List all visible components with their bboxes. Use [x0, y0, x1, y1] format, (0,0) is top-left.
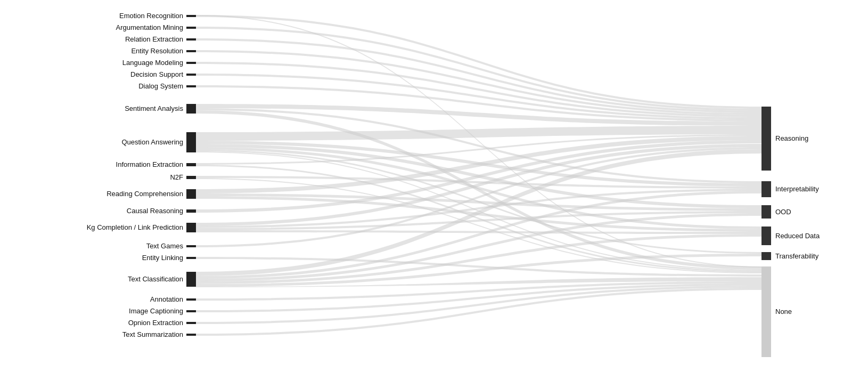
left-label-text_games: Text Games [146, 242, 184, 250]
left-label-text_summarization: Text Summarization [122, 330, 183, 338]
left-label-reading_comprehension: Reading Comprehension [107, 190, 183, 198]
right-bar-ood [761, 205, 771, 219]
left-bar-relation_extraction [186, 38, 196, 41]
left-label-annotation: Annotation [150, 295, 183, 303]
right-label-none: None [775, 308, 792, 316]
left-bar-entity_linking [186, 257, 196, 259]
left-bar-causal_reasoning [186, 209, 196, 213]
right-bar-none [761, 266, 771, 357]
left-label-entity_resolution: Entity Resolution [131, 47, 183, 55]
left-label-emotion_recognition: Emotion Recognition [119, 12, 183, 20]
left-label-opinion_extraction: Opnion Extraction [128, 319, 183, 327]
left-bar-text_summarization [186, 334, 196, 336]
left-bar-entity_resolution [186, 50, 196, 52]
left-bar-opinion_extraction [186, 322, 196, 324]
left-label-n2f: N2F [170, 173, 183, 181]
left-bar-argumentation_mining [186, 27, 196, 29]
left-bar-text_games [186, 245, 196, 247]
left-bar-kg_completion [186, 223, 196, 232]
sankey-chart: Emotion RecognitionArgumentation MiningR… [0, 0, 868, 372]
left-label-image_captioning: Image Captioning [129, 307, 183, 315]
right-bar-reasoning [761, 107, 771, 171]
left-label-causal_reasoning: Causal Reasoning [127, 207, 183, 215]
left-bar-reading_comprehension [186, 189, 196, 199]
left-label-text_classification: Text Classification [128, 275, 183, 283]
left-label-language_modeling: Language Modeling [122, 59, 183, 67]
left-bar-language_modeling [186, 62, 196, 64]
left-bar-annotation [186, 298, 196, 301]
flow-argumentation_mining-to-reasoning [196, 27, 761, 111]
left-bar-dialog_system [186, 85, 196, 87]
left-label-information_extraction: Information Extraction [116, 160, 183, 168]
left-bar-emotion_recognition [186, 15, 196, 17]
right-label-ood: OOD [775, 208, 791, 216]
flow-text_summarization-to-none [196, 288, 761, 336]
left-label-entity_linking: Entity Linking [142, 254, 183, 262]
left-label-argumentation_mining: Argumentation Mining [116, 23, 183, 31]
right-label-transferability: Transferability [775, 252, 819, 260]
left-label-decision_support: Decision Support [130, 70, 183, 78]
left-bar-information_extraction [186, 163, 196, 166]
right-bar-reduced_data [761, 227, 771, 245]
flow-kg_completion-to-reduced_data [196, 230, 761, 234]
left-bar-n2f [186, 176, 196, 179]
left-bar-text_classification [186, 272, 196, 287]
left-bar-image_captioning [186, 310, 196, 312]
right-label-reasoning: Reasoning [775, 134, 808, 142]
left-bar-question_answering [186, 132, 196, 152]
right-bar-interpretability [761, 181, 771, 197]
left-bar-sentiment_analysis [186, 104, 196, 114]
left-label-question_answering: Question Answering [121, 138, 183, 146]
left-label-dialog_system: Dialog System [138, 82, 183, 90]
left-label-sentiment_analysis: Sentiment Analysis [125, 104, 183, 112]
left-label-relation_extraction: Relation Extraction [125, 35, 183, 43]
left-label-kg_completion: Kg Completion / Link Prediction [87, 223, 183, 231]
right-label-reduced_data: Reduced Data [775, 232, 820, 240]
left-bar-decision_support [186, 74, 196, 76]
right-label-interpretability: Interpretability [775, 185, 819, 193]
right-bar-transferability [761, 252, 771, 260]
flow-emotion_recognition-to-reasoning [196, 15, 761, 109]
